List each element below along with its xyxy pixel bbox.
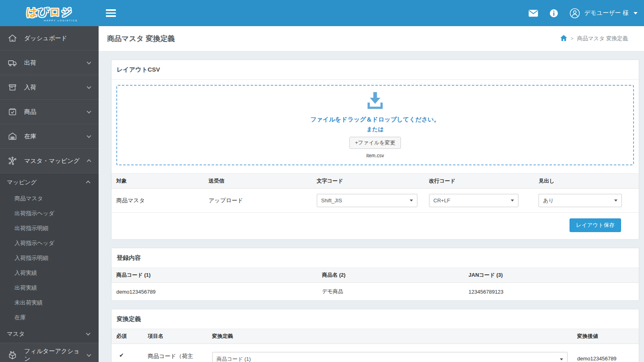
col-linebreak: 改行コード [424, 174, 534, 189]
panel-title: 変換定義 [111, 309, 639, 329]
breadcrumb-current: 商品マスタ 変換定義 [577, 35, 628, 42]
submenu-header-master[interactable]: マスタ [0, 325, 99, 343]
inbox-icon [7, 82, 18, 93]
sidebar-item-inventory[interactable]: 在庫 [0, 124, 99, 149]
chevron-down-icon [87, 84, 91, 89]
submenu-item-ship-results[interactable]: 出荷実績 [0, 280, 99, 295]
main-area: デモユーザー 様 商品マスタ 変換定義 > 商品マスタ 変換定義 レイアウトCS… [99, 0, 644, 362]
caret-down-icon [634, 12, 638, 14]
topbar: デモユーザー 様 [99, 0, 644, 26]
hamburger-icon[interactable] [103, 7, 118, 19]
submenu-item-unshipped-results[interactable]: 未出荷実績 [0, 295, 99, 310]
target-value: 商品マスタ [111, 189, 204, 213]
dropdown-caret-icon [560, 358, 563, 360]
chevron-down-icon [87, 109, 91, 113]
sidebar-item-dashboard[interactable]: ダッシュボード [0, 26, 99, 51]
user-circle-icon [570, 8, 580, 19]
submenu-item-ship-instr-detail[interactable]: 出荷指示明細 [0, 221, 99, 236]
cube-icon [7, 350, 18, 361]
col-product-name: 商品名 (2) [317, 268, 464, 283]
change-file-button[interactable]: +ファイルを変更 [349, 137, 401, 149]
logo-text: はぴロジ [26, 5, 72, 19]
col-product-code: 商品コード (1) [111, 268, 317, 283]
dropzone-message: ファイルをドラッグ＆ドロップしてください。 [310, 116, 440, 123]
content: レイアウトCSV ファイルをドラッグ＆ドロップしてください。 または +ファイル… [99, 51, 644, 362]
col-heading: 見出し [534, 174, 639, 189]
conversion-definition-panel: 変換定義 必須 項目名 変換定義 変換後値 ✔ [111, 309, 639, 362]
submenu-item-recv-results[interactable]: 入荷実績 [0, 265, 99, 280]
submenu-header-mapping[interactable]: マッピング [0, 173, 99, 191]
table-row: 商品マスタ アップロード Shift_JIS [111, 189, 639, 213]
submenu-item-recv-instr-header[interactable]: 入荷指示ヘッダ [0, 236, 99, 251]
sidebar-item-filter-action[interactable]: フィルターアクション [0, 343, 99, 362]
info-icon[interactable] [549, 9, 558, 18]
dropdown-caret-icon [511, 200, 514, 202]
breadcrumb-separator: > [571, 36, 574, 41]
charset-select[interactable]: Shift_JIS [317, 194, 417, 207]
submenu-item-recv-instr-detail[interactable]: 入荷指示明細 [0, 251, 99, 265]
brand-logo[interactable]: はぴロジ HAPPY LOGISTICS [0, 0, 99, 26]
warehouse-icon [7, 131, 18, 142]
submenu-item-product-master[interactable]: 商品マスタ [0, 191, 99, 206]
dropdown-caret-icon [410, 200, 413, 202]
registered-content-panel: 登録内容 商品コード (1) 商品名 (2) JANコード (3) demo12… [111, 248, 639, 301]
chevron-up-icon [86, 181, 90, 185]
conversion-definition-select[interactable]: 商品コード (1) [212, 352, 568, 362]
sidebar-item-master-mapping[interactable]: マスタ・マッピング [0, 149, 99, 173]
col-direction: 送受信 [204, 174, 312, 189]
logo-subtitle: HAPPY LOGISTICS [44, 19, 78, 22]
breadcrumb: > 商品マスタ 変換定義 [560, 35, 628, 42]
sidebar-item-shipping[interactable]: 出荷 [0, 51, 99, 75]
table-row: ✔ 商品コード（荷主用） 商品コード (1) 変換なし [111, 344, 639, 362]
chevron-down-icon [86, 331, 90, 335]
converted-value: demo123456789 [572, 344, 639, 362]
user-menu[interactable]: デモユーザー 様 [570, 8, 638, 19]
col-converted-value: 変換後値 [572, 329, 639, 344]
col-conversion-def: 変換定義 [207, 329, 572, 344]
layout-csv-panel: レイアウトCSV ファイルをドラッグ＆ドロップしてください。 または +ファイル… [111, 60, 639, 240]
table-header-row: 商品コード (1) 商品名 (2) JANコード (3) [111, 268, 639, 283]
mail-icon[interactable] [528, 10, 538, 17]
sidebar-item-products[interactable]: 商品 [0, 100, 99, 124]
topbar-right: デモユーザー 様 [528, 8, 638, 19]
home-icon[interactable] [560, 35, 567, 42]
calendar-check-icon [7, 106, 18, 117]
chevron-down-icon [87, 352, 91, 357]
dropzone-or-label: または [367, 126, 384, 133]
col-item-name: 項目名 [143, 329, 207, 344]
app-root: はぴロジ HAPPY LOGISTICS ダッシュボード 出荷 [0, 0, 644, 362]
panel-title: 登録内容 [111, 248, 639, 268]
file-dropzone[interactable]: ファイルをドラッグ＆ドロップしてください。 または +ファイルを変更 item.… [116, 85, 634, 165]
required-check-icon: ✔ [111, 344, 143, 362]
product-name-value: デモ商品 [317, 283, 464, 301]
home-icon [7, 33, 18, 44]
table-header-row: 対象 送受信 文字コード 改行コード 見出し [111, 174, 639, 189]
page-title: 商品マスタ 変換定義 [107, 34, 175, 43]
submenu-item-inventory[interactable]: 在庫 [0, 310, 99, 325]
table-header-row: 必須 項目名 変換定義 変換後値 [111, 329, 639, 344]
jan-code-value: 123456789123 [464, 283, 639, 301]
layout-settings-table: 対象 送受信 文字コード 改行コード 見出し 商品マスタ アップロード [111, 173, 639, 213]
item-name-value: 商品コード（荷主用） [143, 344, 207, 362]
chevron-up-icon [87, 159, 91, 164]
sidebar-nav: ダッシュボード 出荷 入荷 商品 [0, 26, 99, 362]
linebreak-select[interactable]: CR+LF [429, 194, 518, 207]
download-icon [365, 92, 385, 112]
network-icon [7, 155, 18, 167]
chevron-down-icon [87, 60, 91, 64]
direction-value: アップロード [204, 189, 312, 213]
heading-select[interactable]: あり [539, 194, 622, 207]
user-label: デモユーザー 様 [584, 9, 629, 17]
registered-content-table: 商品コード (1) 商品名 (2) JANコード (3) demo1234567… [111, 268, 639, 300]
mapping-submenu: マッピング 商品マスタ 出荷指示ヘッダ 出荷指示明細 入荷指示ヘッダ 入荷指示明… [0, 173, 99, 343]
table-row: demo123456789 デモ商品 123456789123 [111, 283, 639, 301]
dropdown-caret-icon [614, 200, 617, 202]
col-target: 対象 [111, 174, 204, 189]
panel-title: レイアウトCSV [111, 60, 639, 80]
save-row: レイアウト保存 [111, 213, 639, 232]
col-charset: 文字コード [312, 174, 424, 189]
col-required: 必須 [111, 329, 143, 344]
sidebar-item-receiving[interactable]: 入荷 [0, 75, 99, 100]
submenu-item-ship-instr-header[interactable]: 出荷指示ヘッダ [0, 206, 99, 221]
save-layout-button[interactable]: レイアウト保存 [570, 218, 621, 232]
